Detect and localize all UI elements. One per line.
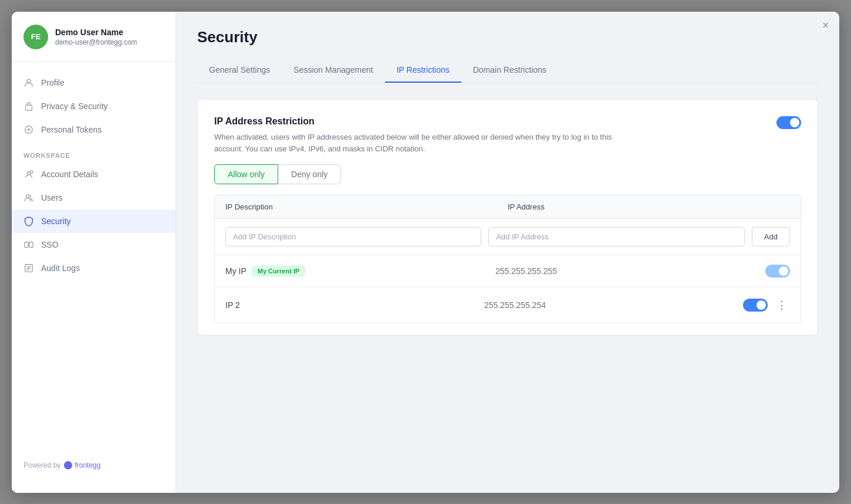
sidebar-item-sso-label: SSO (41, 240, 59, 249)
main-content: Security General Settings Session Manage… (176, 12, 839, 493)
my-current-ip-badge: My Current IP (252, 266, 305, 276)
ip-table-header: IP Description IP Address (215, 195, 801, 219)
restriction-header: IP Address Restriction When activated, u… (214, 116, 801, 155)
ip-table: IP Description IP Address Add (214, 195, 801, 323)
add-address-input[interactable] (488, 227, 744, 246)
sidebar-item-profile-label: Profile (41, 78, 65, 87)
tab-ip-restrictions[interactable]: IP Restrictions (385, 58, 461, 83)
table-row: My IP My Current IP 255.255.255.255 (215, 255, 801, 287)
tokens-icon (23, 124, 34, 135)
logo-dot (64, 461, 72, 469)
sidebar-item-privacy-label: Privacy & Security (41, 102, 108, 111)
ip-restriction-card: IP Address Restriction When activated, u… (197, 99, 818, 336)
allow-only-button[interactable]: Allow only (214, 164, 278, 184)
frontegg-logo: frontegg (64, 461, 100, 469)
sso-icon (23, 239, 34, 250)
user-email: demo-user@frontegg.com (55, 38, 137, 46)
sidebar-item-account-label: Account Details (41, 170, 98, 179)
ip-row-more-button-1[interactable]: ⋮ (774, 297, 790, 313)
sidebar-item-tokens[interactable]: Personal Tokens (12, 118, 175, 141)
svg-rect-1 (26, 105, 32, 110)
tab-session[interactable]: Session Management (282, 58, 384, 83)
account-icon (23, 169, 34, 180)
restriction-title: IP Address Restriction (214, 116, 637, 127)
powered-by-text: Powered by (23, 461, 60, 469)
sidebar-item-security[interactable]: Security (12, 209, 175, 233)
tab-general[interactable]: General Settings (197, 58, 282, 83)
sidebar-item-security-label: Security (41, 217, 71, 226)
sidebar: FE Demo User Name demo-user@frontegg.com… (12, 12, 176, 493)
tab-domain-restrictions[interactable]: Domain Restrictions (461, 58, 558, 83)
ip-row-actions-0 (765, 265, 790, 278)
sidebar-item-privacy[interactable]: Privacy & Security (12, 94, 175, 118)
sidebar-nav: Profile Privacy & Security (12, 62, 175, 452)
profile-icon (23, 77, 34, 88)
user-info: Demo User Name demo-user@frontegg.com (55, 28, 137, 46)
svg-rect-6 (25, 242, 28, 247)
ip-table-add-row: Add (215, 219, 801, 255)
sidebar-item-account[interactable]: Account Details (12, 163, 175, 186)
page-title: Security (197, 28, 818, 46)
add-ip-button[interactable]: Add (752, 227, 790, 246)
table-row: IP 2 255.255.255.254 ⋮ (215, 287, 801, 323)
svg-point-4 (30, 171, 33, 174)
ip-row-toggle-0[interactable] (765, 265, 790, 278)
restriction-info: IP Address Restriction When activated, u… (214, 116, 637, 155)
privacy-icon (23, 101, 34, 111)
security-icon (23, 216, 34, 226)
tabs: General Settings Session Management IP R… (197, 58, 818, 83)
sidebar-item-tokens-label: Personal Tokens (41, 125, 102, 134)
sidebar-footer: Powered by frontegg (12, 452, 175, 479)
mode-buttons: Allow only Deny only (214, 164, 801, 184)
content-area: IP Address Restriction When activated, u… (176, 83, 839, 493)
close-button[interactable]: × (822, 20, 829, 31)
ip-row-description-0: My IP My Current IP (225, 266, 488, 276)
ip-row-description-1: IP 2 (225, 300, 477, 310)
page-header: Security General Settings Session Manage… (176, 12, 839, 83)
svg-rect-7 (29, 242, 33, 247)
ip-address-0: 255.255.255.255 (495, 266, 758, 276)
col-description-header: IP Description (225, 202, 501, 211)
sidebar-item-sso[interactable]: SSO (12, 233, 175, 256)
add-description-input[interactable] (225, 227, 481, 246)
ip-name-0: My IP (225, 266, 246, 276)
sidebar-item-users-label: Users (41, 193, 63, 202)
sidebar-item-users[interactable]: Users (12, 186, 175, 209)
user-name: Demo User Name (55, 28, 137, 37)
users-icon (23, 192, 34, 203)
svg-point-5 (26, 194, 29, 197)
ip-address-1: 255.255.255.254 (484, 300, 736, 310)
deny-only-button[interactable]: Deny only (278, 164, 341, 184)
sidebar-item-audit-label: Audit Logs (41, 263, 80, 273)
avatar: FE (23, 25, 48, 49)
modal-container: × FE Demo User Name demo-user@frontegg.c… (12, 12, 839, 493)
ip-name-1: IP 2 (225, 300, 240, 310)
audit-icon (23, 263, 34, 273)
sidebar-item-profile[interactable]: Profile (12, 71, 175, 94)
restriction-desc: When activated, users with IP addresses … (214, 131, 637, 155)
ip-restriction-toggle[interactable] (776, 116, 801, 129)
card-body: IP Address Restriction When activated, u… (198, 100, 818, 335)
ip-row-actions-1: ⋮ (743, 297, 790, 313)
sidebar-item-audit[interactable]: Audit Logs (12, 256, 175, 280)
sidebar-header: FE Demo User Name demo-user@frontegg.com (12, 12, 175, 62)
logo-text: frontegg (75, 461, 100, 469)
ip-row-toggle-1[interactable] (743, 299, 768, 312)
workspace-label: WORKSPACE (12, 141, 175, 163)
col-address-header: IP Address (508, 202, 783, 211)
